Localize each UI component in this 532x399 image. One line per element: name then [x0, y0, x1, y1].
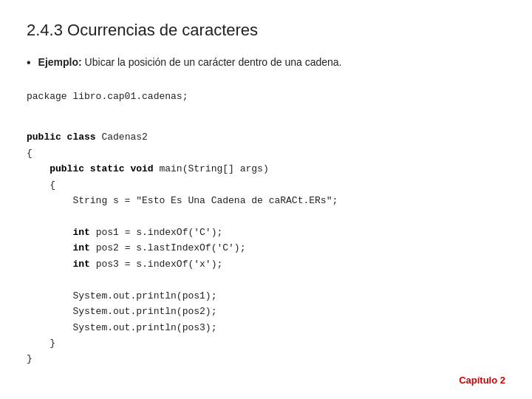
bullet-dot: •	[27, 55, 31, 71]
code-class-declaration: public class Cadenas2	[27, 129, 505, 145]
chapter-label: Capítulo 2	[459, 375, 505, 386]
page-container: 2.4.3 Ocurrencias de caracteres • Ejempl…	[0, 0, 532, 388]
code-close-brace-1: }	[27, 351, 505, 366]
bullet-text: Ejemplo: Ubicar la posición de un caráct…	[38, 55, 342, 70]
code-println3: System.out.println(pos3);	[27, 320, 505, 335]
code-package: package libro.cap01.cadenas;	[27, 89, 505, 104]
code-println1: System.out.println(pos1);	[27, 288, 505, 304]
page-title: 2.4.3 Ocurrencias de caracteres	[27, 21, 505, 40]
code-method-declaration: public static void main(String[] args)	[27, 161, 505, 177]
code-int-pos2: int pos2 = s.lastIndexOf('C');	[27, 240, 505, 256]
bullet-item: • Ejemplo: Ubicar la posición de un cará…	[27, 55, 505, 71]
code-close-brace-2: }	[27, 335, 505, 351]
bullet-label: Ejemplo:	[38, 56, 82, 68]
code-string-line: String s = "Esto Es Una Cadena de caRACt…	[27, 193, 505, 208]
bullet-description: Ubicar la posición de un carácter dentro…	[82, 56, 342, 68]
code-block: package libro.cap01.cadenas; public clas…	[27, 89, 505, 366]
code-open-brace-1: {	[27, 146, 505, 161]
code-open-brace-2: {	[27, 177, 505, 193]
code-println2: System.out.println(pos2);	[27, 304, 505, 319]
code-int-pos3: int pos3 = s.indexOf('x');	[27, 256, 505, 272]
code-int-pos1: int pos1 = s.indexOf('C');	[27, 225, 505, 240]
